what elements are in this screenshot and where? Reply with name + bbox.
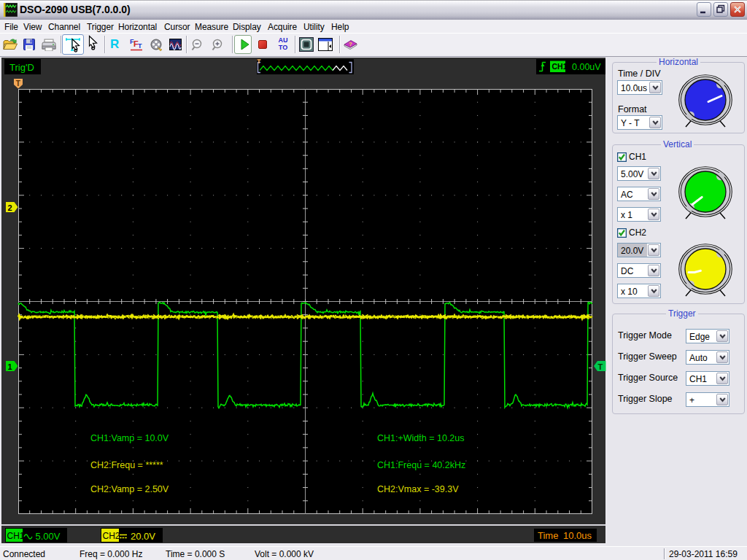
- svg-text:?: ?: [349, 41, 352, 47]
- svg-text:CH2:Frequ = *****: CH2:Frequ = *****: [90, 460, 163, 470]
- svg-text:10.0us: 10.0us: [563, 530, 592, 541]
- svg-text:2: 2: [8, 203, 12, 212]
- svg-text:CH2:Vmax = -39.3V: CH2:Vmax = -39.3V: [377, 484, 459, 494]
- svg-text:Time: Time: [538, 530, 558, 541]
- svg-text:Trig'D: Trig'D: [9, 62, 34, 73]
- svg-text:5.00V: 5.00V: [36, 531, 61, 542]
- svg-text:CH2:Vamp = 2.50V: CH2:Vamp = 2.50V: [90, 484, 169, 494]
- svg-text:CH1:+Width = 10.2us: CH1:+Width = 10.2us: [377, 433, 465, 443]
- svg-text:CH2: CH2: [103, 531, 120, 541]
- svg-text:CH1:Vamp = 10.0V: CH1:Vamp = 10.0V: [90, 433, 169, 443]
- svg-text:CH1:Frequ = 40.2kHz: CH1:Frequ = 40.2kHz: [377, 460, 465, 470]
- svg-text:T: T: [598, 362, 603, 371]
- svg-text:0.00uV: 0.00uV: [572, 62, 601, 72]
- svg-text:CH1: CH1: [552, 62, 568, 71]
- svg-text:20.0V: 20.0V: [131, 531, 155, 542]
- svg-text:T: T: [16, 79, 20, 88]
- svg-text:CH1: CH1: [7, 531, 25, 541]
- svg-text:1: 1: [8, 362, 12, 371]
- svg-text:T: T: [138, 42, 142, 50]
